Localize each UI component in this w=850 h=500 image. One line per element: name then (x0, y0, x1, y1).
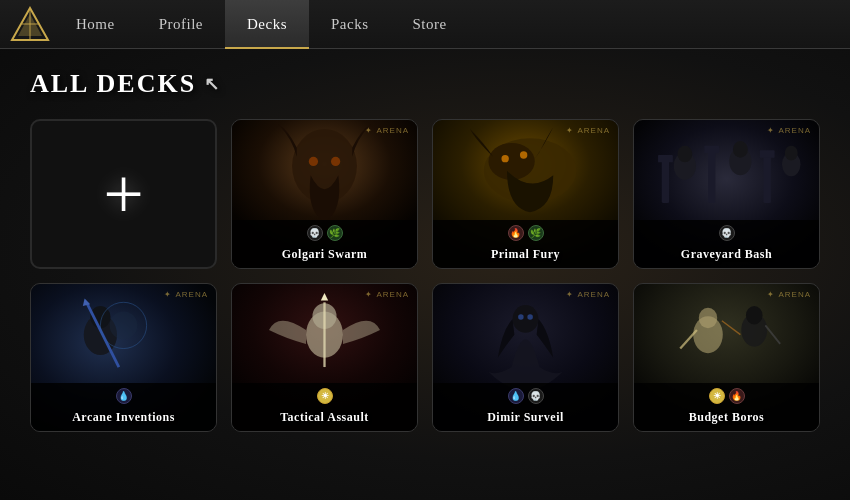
navigation: Home Profile Decks Packs Store (0, 0, 850, 49)
arena-star-icon2: ✦ (566, 126, 574, 135)
deck-card-primal-fury[interactable]: ✦ ARENA 🔥 🌿 Primal Fury (432, 119, 619, 269)
nav-decks[interactable]: Decks (225, 0, 309, 49)
cursor-icon: ↖ (204, 73, 221, 95)
svg-point-23 (733, 141, 748, 158)
add-deck-button[interactable]: + (30, 119, 217, 269)
arena-badge-dimir: ✦ ARENA (566, 290, 610, 299)
svg-rect-18 (764, 152, 771, 203)
svg-point-32 (110, 311, 138, 339)
mana-black-icon2: 💀 (719, 225, 735, 241)
arena-badge-primal: ✦ ARENA (566, 126, 610, 135)
deck-label-primal: 🔥 🌿 Primal Fury (433, 220, 618, 268)
arena-badge-golgari: ✦ ARENA (365, 126, 409, 135)
mana-blue-icon: 💧 (116, 388, 132, 404)
svg-rect-19 (760, 150, 775, 157)
svg-point-21 (677, 146, 692, 163)
deck-name: Graveyard Bash (681, 247, 772, 262)
deck-label-boros: ☀ 🔥 Budget Boros (634, 383, 819, 431)
nav-profile[interactable]: Profile (137, 0, 225, 49)
mana-black-icon: 💀 (307, 225, 323, 241)
svg-point-47 (746, 306, 763, 325)
svg-rect-17 (704, 146, 719, 153)
deck-grid: + (30, 119, 820, 432)
plus-icon: + (103, 158, 144, 230)
deck-card-tactical-assault[interactable]: ✦ ARENA ☀ Tactical Assault (231, 283, 418, 433)
main-content: All Decks ↖ + (0, 49, 850, 452)
section-title: All Decks ↖ (30, 69, 820, 99)
svg-point-40 (518, 314, 524, 320)
deck-name: Primal Fury (491, 247, 560, 262)
nav-store[interactable]: Store (391, 0, 469, 49)
mana-white-icon: ☀ (317, 388, 333, 404)
mana-red-icon2: 🔥 (729, 388, 745, 404)
deck-mana-icons: 💀 🌿 (307, 225, 343, 241)
arena-badge-tactical: ✦ ARENA (365, 290, 409, 299)
arena-badge-graveyard: ✦ ARENA (767, 126, 811, 135)
section-title-text: All Decks (30, 69, 196, 99)
deck-mana-icons: 💧 (116, 388, 132, 404)
deck-label-tactical: ☀ Tactical Assault (232, 383, 417, 431)
deck-mana-icons: ☀ 🔥 (709, 388, 745, 404)
svg-rect-15 (658, 155, 673, 162)
mana-white-icon2: ☀ (709, 388, 725, 404)
mana-green-icon: 🌿 (327, 225, 343, 241)
svg-point-44 (699, 307, 718, 327)
arena-badge-arcane: ✦ ARENA (164, 290, 208, 299)
deck-label-dimir: 💧 💀 Dimir Surveil (433, 383, 618, 431)
svg-point-41 (527, 314, 533, 320)
deck-label-golgari: 💀 🌿 Golgari Swarm (232, 220, 417, 268)
svg-point-10 (489, 143, 535, 180)
mana-blue-icon2: 💧 (508, 388, 524, 404)
arena-star-icon5: ✦ (365, 290, 373, 299)
deck-card-arcane-inventions[interactable]: ✦ ARENA 💧 Arcane Inventions (30, 283, 217, 433)
deck-label-graveyard: 💀 Graveyard Bash (634, 220, 819, 268)
svg-rect-16 (708, 148, 715, 204)
deck-name: Budget Boros (689, 410, 764, 425)
arena-star-icon4: ✦ (164, 290, 172, 299)
svg-point-6 (309, 157, 318, 166)
deck-name: Dimir Surveil (487, 410, 564, 425)
mana-green-icon2: 🌿 (528, 225, 544, 241)
svg-point-25 (785, 146, 798, 161)
deck-mana-icons: 💧 💀 (508, 388, 544, 404)
deck-name: Tactical Assault (280, 410, 369, 425)
arena-star-icon: ✦ (365, 126, 373, 135)
svg-point-12 (520, 151, 527, 158)
mtga-logo (10, 6, 50, 42)
mana-black-icon3: 💀 (528, 388, 544, 404)
deck-mana-icons: ☀ (317, 388, 333, 404)
arena-star-icon3: ✦ (767, 126, 775, 135)
deck-card-dimir-surveil[interactable]: ✦ ARENA 💧 💀 Dimir Surveil (432, 283, 619, 433)
arena-badge-boros: ✦ ARENA (767, 290, 811, 299)
arena-star-icon6: ✦ (566, 290, 574, 299)
svg-point-7 (331, 157, 340, 166)
deck-name: Golgari Swarm (282, 247, 368, 262)
deck-card-budget-boros[interactable]: ✦ ARENA ☀ 🔥 Budget Boros (633, 283, 820, 433)
svg-rect-14 (662, 157, 669, 203)
deck-card-graveyard-bash[interactable]: ✦ ARENA 💀 Graveyard Bash (633, 119, 820, 269)
mana-red-icon: 🔥 (508, 225, 524, 241)
deck-mana-icons: 🔥 🌿 (508, 225, 544, 241)
deck-name: Arcane Inventions (72, 410, 175, 425)
deck-label-arcane: 💧 Arcane Inventions (31, 383, 216, 431)
svg-point-39 (513, 305, 539, 333)
nav-home[interactable]: Home (54, 0, 137, 49)
deck-mana-icons: 💀 (719, 225, 735, 241)
nav-packs[interactable]: Packs (309, 0, 391, 49)
arena-star-icon7: ✦ (767, 290, 775, 299)
svg-point-11 (501, 155, 508, 162)
deck-card-golgari-swarm[interactable]: ✦ ARENA 💀 🌿 Golgari Swarm (231, 119, 418, 269)
